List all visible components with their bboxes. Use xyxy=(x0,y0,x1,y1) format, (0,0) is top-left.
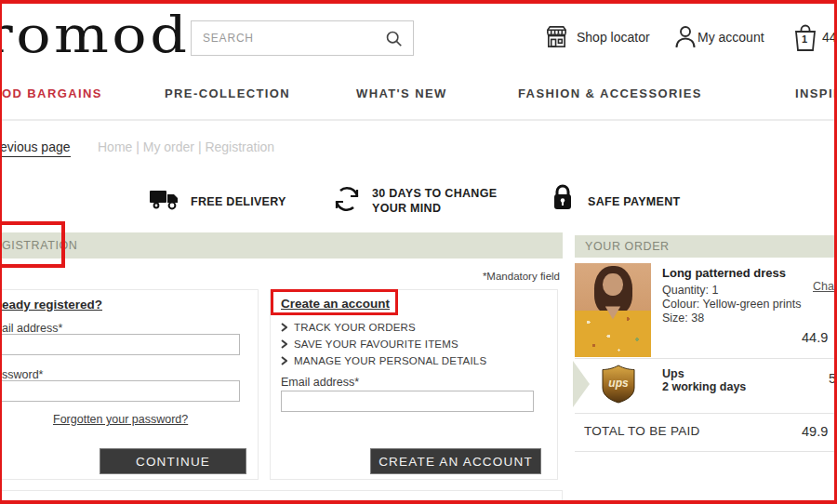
truck-icon xyxy=(149,188,180,216)
benefit-30-days: 30 DAYS TO CHANGE YOUR MIND xyxy=(372,186,497,216)
create-email-input[interactable] xyxy=(282,391,533,411)
product-price: 44.9 xyxy=(802,330,828,345)
perk-manage-details: MANAGE YOUR PERSONAL DETAILS xyxy=(281,355,486,366)
forgotten-password-link[interactable]: Forgotten your password? xyxy=(53,413,188,426)
search-box xyxy=(191,20,414,56)
shipping-price: 5 xyxy=(829,371,836,386)
total-divider-bottom xyxy=(575,451,837,452)
create-email-label: Email address* xyxy=(281,376,359,389)
login-email-field-wrap xyxy=(0,334,240,355)
total-label: TOTAL TO BE PAID xyxy=(584,424,700,438)
person-icon[interactable] xyxy=(673,24,698,53)
total-amount: 49.9 xyxy=(802,424,828,439)
search-icon[interactable] xyxy=(385,30,404,52)
nav-item-pre-collection[interactable]: PRE-COLLECTION xyxy=(165,86,290,100)
perk-save-favourites: SAVE YOUR FAVOURITE ITEMS xyxy=(281,338,458,350)
change-link[interactable]: Cha xyxy=(813,280,834,293)
continue-button[interactable]: CONTINUE xyxy=(100,448,246,474)
padlock-icon xyxy=(551,184,575,216)
total-divider-top xyxy=(575,413,837,414)
order-divider xyxy=(575,358,837,359)
login-email-label: ail address* xyxy=(2,322,62,335)
search-input[interactable] xyxy=(203,21,379,55)
cart-badge: 1 xyxy=(792,33,817,45)
login-email-input[interactable] xyxy=(0,335,239,354)
product-colour: Colour: Yellow-green prints xyxy=(662,298,801,311)
header-divider xyxy=(0,119,837,121)
chevron-right-icon xyxy=(281,323,287,332)
create-account-heading: Create an account xyxy=(281,297,390,311)
mandatory-field-note: *Mandatory field xyxy=(391,271,560,282)
chevron-right-icon xyxy=(281,356,287,365)
previous-page-link[interactable]: evious page xyxy=(0,139,71,157)
create-email-field-wrap xyxy=(281,391,534,412)
already-registered-heading: eady registered? xyxy=(2,298,102,312)
login-password-input[interactable] xyxy=(0,381,239,401)
nav-item-inspiration[interactable]: INSPIRATIO xyxy=(795,86,837,100)
shipping-arrow-marker xyxy=(573,361,590,407)
product-quantity: Quantity: 1 xyxy=(662,284,718,297)
perk-track-orders: TRACK YOUR ORDERS xyxy=(281,322,416,333)
nav-item-whats-new[interactable]: WHAT'S NEW xyxy=(356,86,447,100)
my-account-link[interactable]: My account xyxy=(698,30,764,45)
nav-item-fashion-accessories[interactable]: FASHION & ACCESSORIES xyxy=(518,86,702,100)
create-account-button[interactable]: CREATE AN ACCOUNT xyxy=(370,448,541,474)
your-order-section-header: YOUR ORDER xyxy=(575,235,837,258)
promod-logo[interactable]: romod xyxy=(0,6,190,64)
next-section-panel xyxy=(0,490,563,504)
shop-locator-link[interactable]: Shop locator xyxy=(577,30,650,45)
product-image xyxy=(575,263,651,357)
cart-amount: 44 xyxy=(822,30,837,45)
promod-registration-page: romod Shop locator My account 1 44 xyxy=(0,0,837,504)
product-size: Size: 38 xyxy=(662,312,704,325)
breadcrumb[interactable]: Home | My order | Registration xyxy=(98,139,274,154)
login-password-field-wrap xyxy=(0,380,240,402)
shipping-delay: 2 working days xyxy=(662,380,746,393)
registration-section-header: GISTRATION xyxy=(0,232,563,259)
product-name: Long patterned dress xyxy=(662,266,786,280)
shopping-bag-icon[interactable]: 1 xyxy=(792,23,818,53)
shipping-carrier: Ups xyxy=(662,367,684,380)
nav-item-good-bargains[interactable]: OD BARGAINS xyxy=(2,86,102,100)
svg-text:ups: ups xyxy=(608,377,629,390)
chevron-right-icon xyxy=(281,339,287,349)
storefront-icon[interactable] xyxy=(544,24,569,53)
refresh-arrows-icon xyxy=(332,184,362,218)
benefit-free-delivery: FREE DELIVERY xyxy=(191,194,286,209)
login-password-label: ssword* xyxy=(2,368,43,381)
ups-shield-logo: ups xyxy=(601,365,636,404)
benefit-safe-payment: SAFE PAYMENT xyxy=(588,194,680,209)
